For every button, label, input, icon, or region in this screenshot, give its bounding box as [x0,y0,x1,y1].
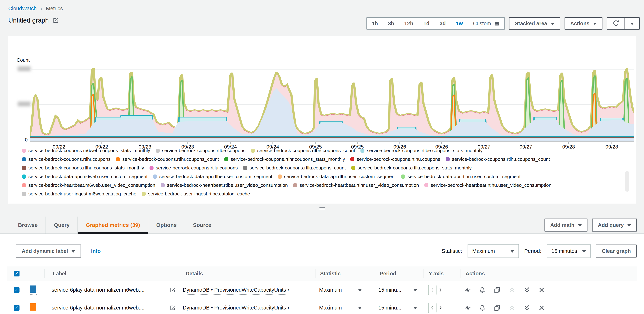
x-axis-label: 09/27 [520,144,532,150]
actions-dropdown[interactable]: Actions [564,17,602,29]
legend-item[interactable]: service-bedrock-coupons.rtlhr.coupons_st… [224,156,345,162]
row-statistic-dropdown[interactable]: Maximum [315,305,375,311]
statistic-select[interactable]: Maximum [468,244,519,258]
legend-item[interactable]: service-bedrock-data-api.rtlhr.user_cust… [278,174,396,179]
metric-color-swatch[interactable] [30,303,36,311]
refresh-button[interactable] [607,17,625,29]
create-alarm-bell-icon[interactable] [479,287,486,294]
row-checkbox[interactable]: ✓ [14,305,20,311]
legend-item[interactable]: service-bedrock-coupons.rtlhu.coupons_st… [22,165,144,171]
legend-row: service-bedrock-data-api.m6web.user_cust… [8,172,624,181]
column-header-label: Label [44,269,180,278]
row-statistic-dropdown[interactable]: Maximum [315,287,375,293]
legend-item[interactable]: service-bedrock-coupons.rtlhu.coupons [350,156,440,162]
tab-options[interactable]: Options [148,217,184,234]
y-axis-left-button[interactable] [428,303,436,313]
row-period-value: 15 minu... [378,305,401,311]
legend-label: service-bedrock-data-api.rtlbe.user_cust… [159,174,272,179]
edit-label-icon[interactable] [170,305,176,311]
legend-item[interactable]: service-bedrock-coupons.rtlhr.coupons [22,156,110,162]
legend-item[interactable]: service-bedrock-coupons.rtlbe.coupons [156,149,246,153]
move-down-double-chevron-icon[interactable] [523,305,530,311]
metric-details[interactable]: DynamoDB • ProvisionedWriteCapacityUnits… [183,305,289,312]
duplicate-copy-icon[interactable] [494,287,500,294]
legend-item[interactable]: service-bedrock-coupons.rtllu.coupons [150,165,238,171]
legend-item[interactable]: service-bedrock-heartbeat.rtlhu.user_vid… [424,182,552,188]
legend-item[interactable]: service-bedrock-user-ingest.m6web.catalo… [22,191,136,197]
add-math-dropdown[interactable]: Add math [544,219,588,232]
period-select[interactable]: 15 minutes [547,244,590,258]
legend-item[interactable]: service-bedrock-coupons.rtlbe.coupons_co… [251,149,355,153]
remove-x-icon[interactable] [538,287,545,294]
legend-item[interactable]: service-bedrock-data-api.rtlhu.user_cust… [401,174,520,179]
time-range-12h[interactable]: 12h [399,20,418,26]
stacked-area-chart[interactable] [30,63,634,145]
move-up-double-chevron-icon[interactable] [508,287,516,294]
legend-label: service-bedrock-coupons.rtllu.coupons [156,165,238,171]
legend-item[interactable]: service-bedrock-data-api.rtlbe.user_cust… [153,174,272,179]
tab-source[interactable]: Source [185,217,220,234]
metric-color-swatch[interactable] [30,286,36,293]
statistic-value: Maximum [472,248,495,254]
legend-item[interactable]: service-bedrock-heartbeat.m6web.user_vid… [22,182,155,188]
time-range-1d[interactable]: 1d [418,20,434,26]
legend-item[interactable]: service-bedrock-coupons.rtlhr.coupons_co… [116,156,219,162]
tab-query[interactable]: Query [46,217,78,234]
legend-item[interactable]: service-bedrock-coupons.rtlhu.coupons_co… [446,156,550,162]
legend-item[interactable]: service-bedrock-coupons.rtllu.coupons_st… [351,165,472,171]
legend-label: service-bedrock-coupons.rtlhr.coupons [28,156,110,162]
metric-color-cell [26,286,44,295]
legend-label: service-bedrock-coupons.rtlhu.coupons_st… [28,165,144,171]
chart-type-dropdown[interactable]: Stacked area [509,17,560,29]
move-up-double-chevron-icon[interactable] [508,305,516,311]
breadcrumb-link-cloudwatch[interactable]: CloudWatch [8,5,37,11]
y-axis-left-button[interactable] [428,285,436,295]
y-axis-right-button[interactable] [438,288,443,293]
row-checkbox[interactable]: ✓ [14,287,20,293]
edit-title-icon[interactable] [53,17,59,23]
row-actions [460,287,636,294]
swatch-dotted-underline [30,294,37,295]
legend-item[interactable]: service-bedrock-coupons.rtlbe.coupons_st… [360,149,482,153]
legend-item[interactable]: service-bedrock-user-ingest.rtlbe.catalo… [142,191,250,197]
chart-type-label: Stacked area [515,20,547,26]
legend-label: service-bedrock-heartbeat.rtlhr.user_vid… [300,182,419,188]
legend-item[interactable]: service-bedrock-coupons.rtllu.coupons_co… [243,165,346,171]
clear-graph-button[interactable]: Clear graph [596,245,636,258]
graph-metric-icon[interactable] [464,305,471,311]
duplicate-copy-icon[interactable] [494,305,500,311]
time-range-1h[interactable]: 1h [367,20,383,26]
legend-item[interactable]: service-bedrock-data-api.m6web.user_cust… [22,174,148,179]
row-period-dropdown[interactable]: 15 minu... [375,287,424,293]
chevron-down-icon [358,307,362,309]
tab-graphed-metrics-39-[interactable]: Graphed metrics (39) [78,217,148,234]
y-axis-zero-label: 0 [25,137,28,143]
metric-details[interactable]: DynamoDB • ProvisionedWriteCapacityUnits… [183,287,289,295]
add-dynamic-label-dropdown[interactable]: Add dynamic label [16,245,81,258]
time-range-1w[interactable]: 1w [451,20,468,26]
legend-label: service-bedrock-coupons.rtlhr.coupons_st… [230,156,345,162]
time-range-3d[interactable]: 3d [434,20,451,26]
add-query-dropdown[interactable]: Add query [592,219,637,232]
refresh-options-dropdown[interactable] [624,17,640,29]
statistic-period-controls: Statistic: Maximum Period: 15 minutes Cl… [442,244,636,258]
legend-color-dot [22,166,26,170]
move-down-double-chevron-icon[interactable] [523,287,530,294]
graph-metric-icon[interactable] [464,287,471,294]
time-range-custom[interactable]: Custom [468,18,504,29]
chevron-down-icon [414,289,417,292]
tab-browse[interactable]: Browse [10,217,46,234]
time-range-3h[interactable]: 3h [383,20,399,26]
y-axis-right-button[interactable] [438,305,443,311]
panel-resize-handle[interactable] [319,207,325,210]
create-alarm-bell-icon[interactable] [479,305,486,311]
edit-label-icon[interactable] [170,287,176,293]
legend-item[interactable]: service-bedrock-heartbeat.rtlbe.user_vid… [161,182,288,188]
row-period-dropdown[interactable]: 15 minu... [375,305,424,311]
select-all-checkbox[interactable]: ✓ [14,271,20,277]
info-link[interactable]: Info [91,248,100,254]
remove-x-icon[interactable] [538,305,545,311]
legend-scrollbar[interactable] [625,171,629,192]
legend-item[interactable]: service-bedrock-heartbeat.rtlhr.user_vid… [293,182,419,188]
legend-item[interactable]: service-bedrock-coupons.m6web.coupons_st… [22,149,150,153]
